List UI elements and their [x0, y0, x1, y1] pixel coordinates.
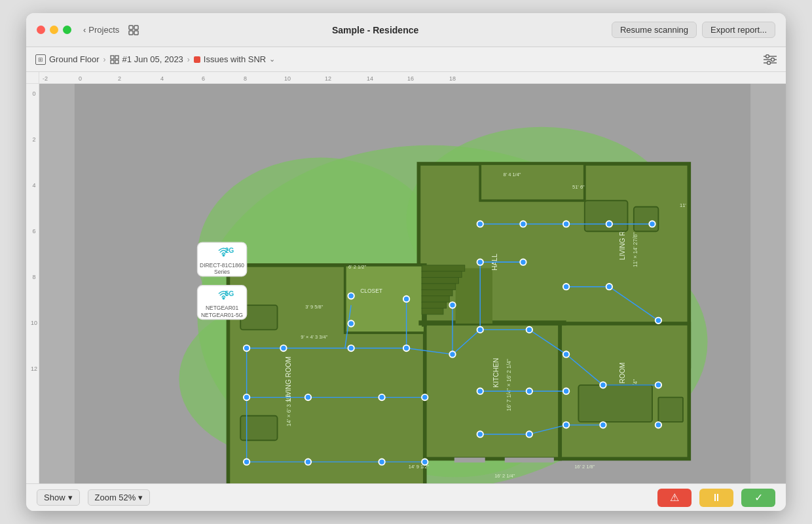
svg-rect-71	[240, 416, 277, 441]
svg-text:Series: Series	[214, 269, 230, 275]
svg-point-123	[520, 259, 526, 265]
svg-point-132	[280, 345, 286, 351]
svg-rect-44	[345, 265, 425, 333]
minimize-button[interactable]	[50, 26, 58, 34]
svg-point-120	[606, 221, 612, 227]
zoom-button[interactable]: Zoom 52% ▾	[88, 489, 151, 506]
svg-point-130	[348, 320, 354, 326]
svg-point-144	[477, 327, 483, 333]
svg-rect-7	[115, 60, 119, 64]
svg-point-129	[449, 302, 455, 308]
svg-point-149	[563, 388, 569, 394]
filter-dropdown-icon: ⌄	[269, 55, 275, 64]
show-chevron-icon: ▾	[68, 493, 73, 502]
status-green-button[interactable]: ✓	[741, 489, 775, 507]
svg-text:16' 7 1/4" × 16' 2 1/4": 16' 7 1/4" × 16' 2 1/4"	[506, 359, 512, 411]
svg-rect-2	[129, 31, 133, 35]
svg-text:NETGEAR01-5G: NETGEAR01-5G	[201, 312, 243, 318]
svg-text:11': 11'	[680, 202, 686, 208]
svg-rect-68	[578, 385, 652, 422]
breadcrumb-scan[interactable]: #1 Jun 05, 2023	[110, 54, 183, 64]
ruler-left: 0 2 4 6 8 10 12	[26, 84, 39, 483]
svg-rect-61	[422, 284, 456, 290]
titlebar-actions: Resume scanning Export report...	[612, 22, 775, 38]
svg-text:6: 6	[202, 75, 205, 82]
zoom-chevron-icon: ▾	[138, 493, 143, 502]
back-button[interactable]: ‹ Projects	[79, 23, 123, 37]
floor-plan-container[interactable]: LIVING ROOM 14' × 6' 3 3/4" HALL KITCHEN…	[39, 84, 786, 483]
svg-text:16: 16	[407, 75, 414, 82]
svg-text:6' 2 1/2": 6' 2 1/2"	[348, 264, 366, 270]
svg-text:0: 0	[79, 75, 82, 82]
close-button[interactable]	[37, 26, 45, 34]
status-red-icon: ⚠	[670, 491, 679, 504]
svg-rect-62	[422, 290, 452, 295]
svg-point-117	[477, 221, 483, 227]
svg-point-147	[477, 388, 483, 394]
projects-link[interactable]: Projects	[88, 25, 119, 35]
svg-point-155	[600, 422, 606, 428]
svg-rect-6	[111, 60, 114, 64]
svg-point-131	[244, 345, 249, 351]
svg-point-141	[305, 458, 311, 464]
svg-point-127	[348, 293, 354, 299]
svg-point-125	[606, 284, 612, 290]
chevron-left-icon: ‹	[83, 25, 86, 35]
breadcrumb-sep-1: ›	[103, 55, 106, 64]
status-yellow-button[interactable]: ⏸	[699, 489, 733, 507]
maximize-button[interactable]	[63, 26, 71, 34]
svg-point-133	[348, 345, 354, 351]
svg-point-12	[771, 58, 775, 61]
breadcrumb-floor[interactable]: ⊞ Ground Floor	[35, 54, 100, 65]
svg-rect-64	[422, 302, 447, 308]
svg-text:DIRECT-81C1860: DIRECT-81C1860	[200, 262, 244, 269]
status-red-button[interactable]: ⚠	[657, 489, 692, 507]
filter-label: Issues with SNR	[204, 54, 266, 64]
svg-rect-4	[111, 56, 114, 59]
svg-rect-1	[134, 26, 138, 29]
breadcrumb-sep-2: ›	[187, 55, 190, 64]
svg-point-122	[477, 259, 483, 265]
svg-point-146	[563, 351, 569, 357]
svg-point-163	[223, 297, 225, 300]
scan-icon	[110, 55, 119, 64]
resume-scan-button[interactable]: Resume scanning	[612, 22, 697, 38]
window-title: Sample - Residence	[147, 25, 604, 35]
breadcrumb-filter[interactable]: Issues with SNR ⌄	[194, 54, 275, 64]
svg-rect-73	[505, 458, 554, 463]
svg-rect-66	[585, 200, 628, 231]
svg-point-158	[223, 254, 225, 257]
status-yellow-icon: ⏸	[711, 492, 722, 504]
svg-text:8' 4 1/4": 8' 4 1/4"	[504, 172, 521, 178]
show-button[interactable]: Show ▾	[37, 489, 80, 506]
svg-text:12: 12	[31, 365, 37, 372]
main-view: 0 2 4 6 8 10 12	[26, 84, 786, 483]
svg-text:16' 2 1/4": 16' 2 1/4"	[494, 473, 515, 479]
svg-text:12: 12	[325, 75, 331, 82]
svg-point-148	[526, 388, 532, 394]
svg-text:2G: 2G	[225, 247, 234, 254]
bottom-bar: Show ▾ Zoom 52% ▾ ⚠ ⏸ ✓	[26, 483, 786, 511]
svg-point-11	[766, 54, 769, 58]
svg-rect-67	[634, 207, 659, 232]
filter-settings-button[interactable]	[764, 54, 777, 65]
svg-text:9' × 4' 3 3/4": 9' × 4' 3 3/4"	[301, 334, 328, 340]
svg-point-137	[305, 394, 311, 400]
svg-text:10: 10	[31, 320, 37, 326]
ruler-corner	[26, 72, 39, 84]
svg-rect-58	[422, 265, 465, 271]
floor-icon: ⊞	[35, 54, 46, 65]
svg-rect-43	[480, 164, 585, 200]
export-report-button[interactable]: Export report...	[702, 22, 775, 38]
layout-icon[interactable]	[128, 25, 139, 35]
svg-text:51' 6": 51' 6"	[572, 184, 585, 190]
svg-text:16' 2 1/8": 16' 2 1/8"	[574, 464, 595, 470]
svg-point-126	[655, 318, 661, 324]
traffic-lights	[37, 26, 71, 34]
svg-rect-0	[129, 26, 133, 29]
svg-text:0: 0	[32, 90, 35, 97]
svg-text:KITCHEN: KITCHEN	[492, 358, 500, 387]
ruler-row: -2 0 2 4 6 8 10 12 14 16 18	[26, 72, 786, 84]
titlebar: ‹ Projects Sample - Residence Resume sca…	[26, 13, 786, 47]
show-label: Show	[44, 493, 65, 502]
